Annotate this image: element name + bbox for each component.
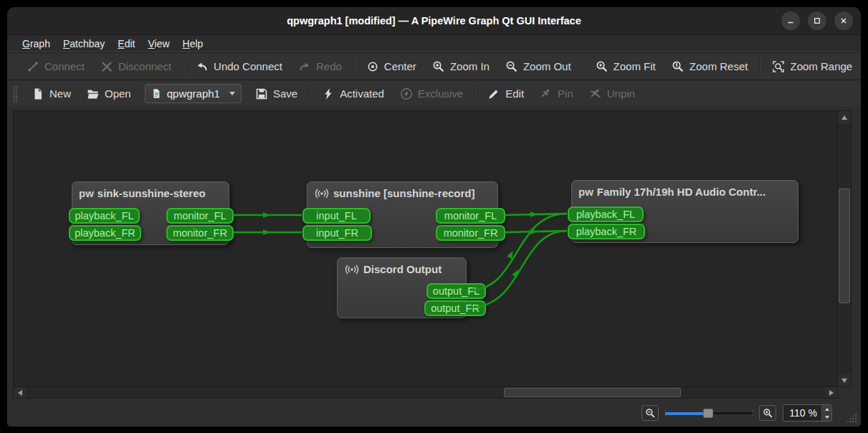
port-output-fl[interactable]: output_FL [426,283,486,299]
port-playback-fr[interactable]: playback_FR [69,225,141,241]
minimize-button[interactable] [781,11,800,30]
window-resize-grip[interactable] [846,411,857,423]
close-button[interactable] [834,11,853,30]
zoom-reset-button[interactable]: Zoom Reset [664,56,756,77]
connection-sunshine-monitor-fl-to-family-playback-fl[interactable] [505,211,567,217]
node-sink-sunshine-stereo[interactable]: pw sink-sunshine-stereo playback_FL play… [72,181,229,245]
port-monitor-fl[interactable]: monitor_FL [166,208,234,224]
port-output-fr[interactable]: output_FR [424,300,486,316]
status-bar: 110 % [7,399,861,427]
vertical-scrollbar-thumb[interactable] [839,189,850,303]
scroll-down-button[interactable] [838,374,851,386]
disconnect-button[interactable]: Disconnect [92,56,179,77]
node-discord-output[interactable]: Discord Output output_FL output_FR [337,257,467,318]
zoom-in-button[interactable]: Zoom In [424,56,497,77]
undo-connect-label: Undo Connect [214,60,282,72]
connections-layer [14,111,837,386]
zoom-out-button[interactable]: Zoom Out [497,56,579,77]
zoom-reset-label: Zoom Reset [690,60,748,72]
zoom-fit-button[interactable]: Zoom Fit [588,56,664,77]
activated-label: Activated [340,87,384,100]
spin-down-button[interactable] [822,413,831,421]
save-button[interactable]: Save [247,83,305,105]
exclusive-button[interactable]: Exclusive [392,83,471,105]
menu-edit[interactable]: Edit [111,37,141,51]
triangle-right-icon [829,390,834,396]
chevron-down-icon [229,92,235,95]
menu-bar: Graph Patchbay Edit View Help [7,34,861,52]
edit-button[interactable]: Edit [480,83,532,105]
node-title: sunshine [sunshine-record] [333,187,475,199]
scroll-left-button[interactable] [14,387,26,398]
port-input-fl[interactable]: input_FL [302,208,371,224]
connection-sunshine-monitor-fr-to-family-playback-fr[interactable] [505,229,567,234]
spin-up-button[interactable] [822,405,831,413]
exclusive-icon [400,87,413,100]
menu-graph[interactable]: Graph [16,37,57,51]
zoom-percent-spinbox[interactable]: 110 % [783,404,832,422]
disconnect-label: Disconnect [118,60,171,72]
zoom-slider[interactable] [665,407,753,419]
port-monitor-fr[interactable]: monitor_FR [166,225,234,241]
triangle-left-icon [18,390,22,396]
unpin-button[interactable]: Unpin [581,83,643,105]
center-button[interactable]: Center [358,56,424,77]
menu-view[interactable]: View [141,37,176,51]
port-monitor-fl[interactable]: monitor_FL [436,208,505,224]
menu-patchbay[interactable]: Patchbay [57,37,111,51]
triangle-up-icon [841,115,847,120]
pin-button[interactable]: Pin [532,83,581,105]
node-family-audio-controller[interactable]: pw Family 17h/19h HD Audio Contr... play… [571,180,798,243]
pipewire-icon: pw [578,187,593,197]
center-label: Center [384,60,416,72]
horizontal-scrollbar[interactable] [13,386,838,399]
redo-label: Redo [316,60,342,72]
node-header: pw sink-sunshine-stereo [72,182,229,202]
new-file-icon [32,87,44,100]
stream-icon [344,265,360,275]
zoom-in-small-button[interactable] [759,405,776,421]
zoom-in-icon [763,408,773,419]
zoom-out-small-button[interactable] [642,405,659,421]
triangle-down-icon [841,379,847,383]
pin-icon [540,87,553,100]
new-label: New [49,87,71,100]
zoom-fit-icon [596,60,609,73]
node-title: sink-sunshine-stereo [97,187,206,199]
port-input-fr[interactable]: input_FR [302,225,372,241]
port-playback-fl[interactable]: playback_FL [69,208,140,224]
patchbay-file-combobox[interactable]: qpwgraph1 [145,84,242,103]
toolbar-separator [309,85,310,103]
graph-canvas[interactable]: pw sink-sunshine-stereo playback_FL play… [13,110,838,387]
maximize-button[interactable] [808,11,826,30]
zoom-range-icon [772,60,785,73]
open-button[interactable]: Open [79,83,139,105]
connect-button[interactable]: Connect [19,56,92,77]
zoom-reset-icon [672,60,685,73]
node-sunshine[interactable]: sunshine [sunshine-record] input_FL inpu… [307,181,498,248]
menu-help[interactable]: Help [176,37,210,51]
connection-sink-monitor-fl-to-sunshine-input-fl[interactable] [233,212,302,218]
patchbay-toolbar: New Open qpwgraph1 Save Activated Exclus… [7,80,861,107]
save-label: Save [273,87,297,100]
zoom-slider-handle[interactable] [703,409,713,418]
scroll-up-button[interactable] [838,111,851,123]
port-playback-fl[interactable]: playback_FL [568,206,644,222]
activated-button[interactable]: Activated [314,83,392,105]
port-playback-fr[interactable]: playback_FR [568,224,645,239]
port-monitor-fr[interactable]: monitor_FR [436,225,505,241]
close-icon [839,16,848,25]
title-bar[interactable]: qpwgraph1 [modified] — A PipeWire Graph … [7,7,861,34]
horizontal-scrollbar-thumb[interactable] [504,388,681,397]
zoom-range-button[interactable]: Zoom Range [764,56,860,77]
zoom-out-icon [645,408,656,419]
zoom-range-label: Zoom Range [790,60,852,72]
toolbar-drag-handle[interactable] [13,85,18,103]
connection-sink-monitor-fr-to-sunshine-input-fr[interactable] [233,229,302,235]
redo-button[interactable]: Redo [290,56,350,77]
new-button[interactable]: New [24,83,79,105]
vertical-scrollbar[interactable] [837,110,852,387]
undo-icon [196,60,209,73]
scroll-right-button[interactable] [825,387,837,398]
undo-connect-button[interactable]: Undo Connect [188,56,290,77]
